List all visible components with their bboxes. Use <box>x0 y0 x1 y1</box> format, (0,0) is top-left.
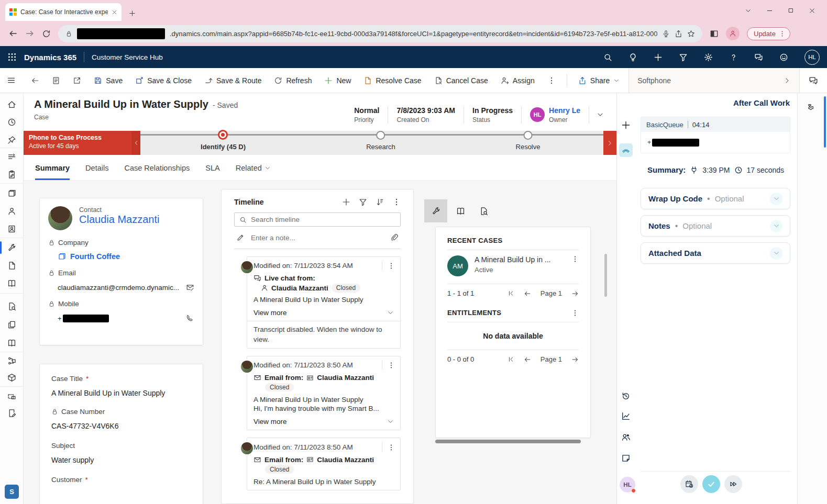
tab-related[interactable]: Related <box>236 155 271 180</box>
window-maximize-icon[interactable] <box>788 7 794 14</box>
case-title-value[interactable]: A Mineral Build Up in Water Supply <box>51 389 191 397</box>
process-scroll-right-icon[interactable] <box>603 131 616 155</box>
sidebar-carton-box-icon[interactable] <box>0 275 24 291</box>
sidebar-page-pencil-icon[interactable] <box>0 405 24 421</box>
section-more-icon[interactable] <box>571 309 579 317</box>
entry-subject[interactable]: A Mineral Build Up in Water Supply <box>253 296 394 304</box>
open-in-new-window-icon[interactable] <box>67 73 87 88</box>
related-tab-knowledge-book-icon[interactable] <box>449 199 472 222</box>
case-item-title[interactable]: A Mineral Build Up in ... <box>475 255 565 264</box>
plugin-puzzle-icon[interactable] <box>805 103 814 113</box>
sidebar-dashboard-lines-icon[interactable] <box>0 149 24 164</box>
horizontal-scrollbar[interactable] <box>435 440 581 443</box>
sidebar-accounts-icon[interactable] <box>0 185 24 201</box>
waffle-menu-icon[interactable] <box>7 52 17 62</box>
tab-summary[interactable]: Summary <box>35 155 70 180</box>
paperclip-icon[interactable] <box>390 233 399 242</box>
entry-subject[interactable]: A Mineral Build Up in Water Supply <box>253 396 394 404</box>
stage-resolve[interactable]: Resolve <box>516 131 541 151</box>
browser-tab[interactable]: Case: Case for Interactive experie <box>5 3 122 21</box>
window-close-icon[interactable] <box>809 7 815 14</box>
owner-link[interactable]: Henry Le <box>549 106 580 115</box>
back-button[interactable] <box>25 73 45 88</box>
sidebar-pinned-icon[interactable] <box>0 132 24 148</box>
expand-chevron-icon[interactable] <box>770 220 782 232</box>
sidebar-recent-clock-icon[interactable] <box>0 114 24 130</box>
header-expand-chevron-icon[interactable] <box>597 111 604 118</box>
new-tab-icon[interactable] <box>129 10 136 17</box>
agent-presence-avatar[interactable]: HL <box>620 477 635 492</box>
assign-button[interactable]: Assign <box>495 73 541 88</box>
process-scroll-left-icon[interactable] <box>131 131 140 155</box>
lightbulb-icon[interactable] <box>628 53 637 62</box>
sidebar-social-profile-icon[interactable] <box>0 221 24 237</box>
first-page-icon[interactable] <box>508 356 514 363</box>
recent-case-item[interactable]: AM A Mineral Build Up in ... Active <box>447 255 579 276</box>
item-more-icon[interactable] <box>571 255 579 263</box>
browser-profile-avatar[interactable] <box>726 27 740 40</box>
service-app-icon[interactable]: S <box>5 485 19 499</box>
tab-details[interactable]: Details <box>85 155 108 180</box>
sidebar-book-icon[interactable] <box>0 335 24 351</box>
process-stage-box[interactable]: Phone to Case Process Active for 45 days <box>24 131 131 155</box>
stage-identify[interactable]: Identify (45 D) <box>201 130 246 151</box>
collapse-panel-chevron-icon[interactable] <box>784 77 791 84</box>
brand-title[interactable]: Dynamics 365 <box>24 53 76 62</box>
view-more[interactable]: View more <box>253 309 394 317</box>
timeline-entry[interactable]: Modified on: 7/11/2023 8:50 AM Email fro… <box>247 356 401 430</box>
prev-page-icon[interactable] <box>524 290 531 297</box>
share-page-icon[interactable] <box>675 30 682 38</box>
gear-icon[interactable] <box>704 53 713 62</box>
sidebar-articles-copy-icon[interactable] <box>0 317 24 332</box>
browser-forward-icon[interactable] <box>25 29 35 38</box>
stage-research[interactable]: Research <box>366 131 395 151</box>
save-and-route-button[interactable]: Save & Route <box>199 73 267 88</box>
notes-card-icon[interactable] <box>617 453 634 463</box>
sidebar-cases-wrench-icon[interactable] <box>0 240 24 255</box>
softphone-add-icon[interactable] <box>617 120 634 130</box>
sidebar-home-icon[interactable] <box>0 96 24 112</box>
notes-section[interactable]: Notes•Optional <box>641 215 790 237</box>
sitemap-hamburger-icon[interactable] <box>7 76 16 85</box>
sidebar-product-cube-icon[interactable] <box>0 369 24 385</box>
search-icon[interactable] <box>603 53 612 62</box>
email-value[interactable]: claudiamazzanti@crmdemo.dynamic... <box>58 284 179 292</box>
note-input[interactable] <box>251 234 384 242</box>
softphone-call-tab-icon[interactable] <box>619 143 633 157</box>
entry-more-icon[interactable] <box>382 360 400 370</box>
next-page-icon[interactable] <box>571 356 579 363</box>
attached-data-section[interactable]: Attached Data <box>641 242 790 264</box>
prev-page-icon[interactable] <box>524 356 531 363</box>
timeline-entry[interactable]: Modified on: 7/11/2023 8:54 AM Live chat… <box>247 256 401 349</box>
entry-from[interactable]: Claudia Mazzanti <box>317 374 374 382</box>
sidebar-connector-icon[interactable] <box>0 353 24 368</box>
save-and-close-button[interactable]: Save & Close <box>129 73 197 88</box>
next-page-icon[interactable] <box>571 290 579 297</box>
more-commands-icon[interactable] <box>542 73 561 88</box>
share-button[interactable]: Share <box>572 73 625 88</box>
teams-chat-icon[interactable] <box>754 53 763 62</box>
resolve-case-button[interactable]: Resolve Case <box>358 73 427 88</box>
tab-case-relationships[interactable]: Case Relationships <box>124 155 190 180</box>
timeline-add-icon[interactable] <box>342 198 350 206</box>
stage-dot[interactable] <box>376 131 385 140</box>
company-link[interactable]: Fourth Coffee <box>70 252 120 261</box>
sidebar-contacts-person-icon[interactable] <box>0 203 24 219</box>
mic-icon[interactable] <box>662 30 670 38</box>
entry-from[interactable]: Claudia Mazzanti <box>271 284 328 292</box>
cancel-case-button[interactable]: Cancel Case <box>428 73 494 88</box>
browser-back-icon[interactable] <box>8 29 18 38</box>
subject-value[interactable]: Water supply <box>51 456 191 464</box>
tab-close-icon[interactable] <box>112 9 117 15</box>
sidebar-knowledge-search-icon[interactable] <box>0 298 24 314</box>
timeline-filter-icon[interactable] <box>359 198 367 206</box>
conversations-chat-icon[interactable] <box>809 76 818 85</box>
panel-scrollbar[interactable] <box>824 96 826 148</box>
tab-sla[interactable]: SLA <box>205 155 219 180</box>
complete-check-icon[interactable] <box>702 475 720 493</box>
entry-from[interactable]: Claudia Mazzanti <box>317 456 374 464</box>
owner-field[interactable]: HL Henry Le Owner <box>522 106 589 124</box>
wrap-up-code-section[interactable]: Wrap Up Code•Optional <box>641 188 790 209</box>
send-email-icon[interactable] <box>186 283 194 292</box>
schedule-calendar-icon[interactable] <box>680 475 698 493</box>
